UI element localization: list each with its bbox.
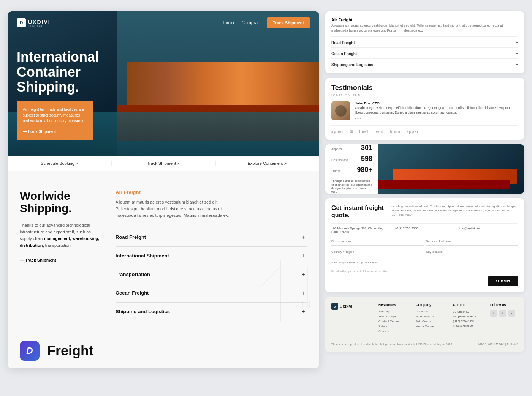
hero-track-link[interactable]: Track Shipment [23, 129, 56, 134]
footer-company-title: Company [416, 303, 444, 307]
service-ocean-plus: + [516, 51, 518, 56]
footer-contact-title: Contact [453, 303, 481, 307]
nav-inicio[interactable]: Inicio [223, 20, 234, 25]
service-shipping-label: Shipping and Logistics [331, 63, 373, 67]
quick-nav-track[interactable]: Track Shipment [111, 161, 215, 166]
footer-follow-col: Follow us f t in [490, 303, 518, 334]
testimonials-title: Testimonials [331, 84, 518, 92]
left-panel: D UXDIVI TEMPLATE Inicio Comprar Track S… [8, 11, 319, 368]
footer-contact-centre[interactable]: Contact Centre [378, 320, 407, 323]
footer-top: D UXDIVI Resources Sitemap Trust & Legal… [331, 303, 518, 334]
footer-made-text: MADE WITH ❤ DIVI | THANKS [478, 342, 518, 346]
footer-social: f t in [490, 310, 518, 317]
service-ocean-freight[interactable]: Ocean Freight + [331, 47, 518, 56]
nav-links: Inicio Comprar Track Shipment [223, 17, 310, 28]
brand-vnu: vnu [376, 129, 384, 134]
footer-sitemap[interactable]: Sitemap [378, 310, 407, 313]
testimonial-avatar [331, 101, 350, 120]
footer-resources-col: Resources Sitemap Trust & Legal Contact … [378, 303, 407, 334]
stats-description: Through a unique combination of engineer… [331, 179, 372, 194]
nav-comprar[interactable]: Comprar [241, 20, 259, 25]
logo: D UXDIVI TEMPLATE [17, 18, 51, 27]
footer-bottom: This may be reproduced or distributed bu… [331, 339, 518, 346]
footer-join[interactable]: Join Centre [416, 320, 444, 323]
brand-lumo: lumo [390, 129, 401, 134]
quote-address: 100 Marquee Springs 202, Clarksville, Pa… [331, 227, 391, 233]
footer-company-col: Company About Us Work With Us Join Centr… [416, 303, 444, 334]
brand-2: ✉ [350, 129, 353, 134]
destinations-value: 598 [361, 155, 372, 163]
social-tw-icon[interactable]: t [499, 310, 506, 317]
brand-heeli: heeli [359, 129, 370, 134]
logo-text: UXDIVI [28, 19, 51, 25]
avatar-silhouette [335, 105, 347, 117]
worldwide-body: Thanks to our advanced technological inf… [20, 222, 103, 249]
stat-transit: Transit 980+ [331, 166, 372, 174]
worldwide-track-link[interactable]: Track Shipment [20, 258, 56, 262]
footer-careers[interactable]: Careers [378, 330, 407, 333]
nav-cta-button[interactable]: Track Shipment [267, 17, 310, 28]
stats-numbers: Airports 301 Destinations 598 Transit 98… [325, 144, 378, 194]
quote-title-col: Get instant freight quote. [331, 204, 385, 219]
quote-phone: +1 317 555 7060 [395, 227, 454, 233]
hero-title: International Container Shipping. [17, 49, 146, 95]
quick-nav-explore[interactable]: Explore Containers [215, 161, 319, 166]
quote-submit-button[interactable]: SUBMIT [488, 276, 519, 286]
worldwide-section: Worlwide Shipping. Thanks to our advance… [20, 189, 103, 321]
svg-line-2 [260, 267, 280, 287]
footer-logo: D UXDIVI [331, 303, 369, 310]
destinations-label: Destinations [331, 158, 348, 162]
footer-contact-info: 10 Street LJ Simpson Drive, +1 (317) 555… [453, 310, 481, 328]
testimonial-name: John Doe, CTO [355, 101, 518, 105]
quote-first-name[interactable] [331, 237, 424, 246]
accordion-label-0: Road Freight [116, 234, 146, 240]
footer-resources-title: Resources [378, 303, 407, 307]
worldwide-title: Worlwide Shipping. [20, 189, 103, 215]
hero-section: D UXDIVI TEMPLATE Inicio Comprar Track S… [8, 11, 319, 156]
crane-decoration-svg [246, 253, 315, 329]
footer-about[interactable]: About Us [416, 310, 444, 313]
airports-label: Airports [331, 147, 342, 151]
footer-trust[interactable]: Trust & Legal [378, 315, 407, 318]
footer-made-with: MADE WITH ❤ DIVI | THANKS [478, 342, 518, 346]
accordion-road-freight[interactable]: Road Freight + [116, 228, 307, 247]
service-road-freight[interactable]: Road Freight + [331, 36, 518, 45]
service-shipping-logistics[interactable]: Shipping and Logistics + [331, 58, 518, 67]
svg-rect-6 [303, 301, 310, 308]
quote-info: Including the estimated cost. Trucks lor… [391, 204, 518, 219]
testimonial-quote: Curabitur eget velit id neque efficitur … [355, 106, 518, 115]
quote-last-name[interactable] [426, 237, 518, 246]
footer-copyright: This may be reproduced or distributed bu… [331, 342, 452, 346]
bottom-section: D Freight [8, 333, 319, 368]
service-shipping-plus: + [516, 62, 518, 67]
accordion-label-4: Shipping and Logistics [116, 309, 170, 314]
social-fb-icon[interactable]: f [490, 310, 497, 317]
footer-safety[interactable]: Safety [378, 325, 407, 328]
quote-title: Get instant freight quote. [331, 204, 385, 219]
quote-country[interactable] [331, 248, 424, 256]
testimonial-text-block: John Doe, CTO Curabitur eget velit id ne… [355, 101, 518, 121]
quick-nav: Schedule Booking Track Shipment Explore … [8, 156, 319, 171]
social-in-icon[interactable]: in [508, 310, 515, 317]
service-air-freight: Air Freight Aliquam at mauris ac eros ve… [331, 17, 518, 33]
footer-card: D UXDIVI Resources Sitemap Trust & Legal… [325, 297, 524, 352]
hero-info-box: Air freight terminals and facilities are… [17, 101, 93, 140]
footer-media[interactable]: Media Centre [416, 325, 444, 328]
testimonials-subtitle: IGNITION TUN [331, 93, 518, 97]
quote-city[interactable] [426, 248, 518, 256]
stat-airports: Airports 301 [331, 144, 372, 152]
service-road-plus: + [516, 40, 518, 45]
services-section: Air Freight Aliquam at mauris ac eros ve… [116, 189, 307, 321]
right-panel: Air Freight Aliquam at mauris ac eros ve… [325, 11, 524, 352]
brand-logos: apper ✉ heeli vnu lumo apper [331, 125, 518, 134]
divi-logo-badge: D [20, 341, 40, 361]
air-freight-label: Air Freight [116, 189, 307, 195]
stats-card: Airports 301 Destinations 598 Transit 98… [325, 144, 524, 194]
quick-nav-schedule[interactable]: Schedule Booking [8, 161, 111, 166]
quote-shipment[interactable] [331, 259, 518, 267]
air-freight-desc: Aliquam at mauris ac eros vestibulum bla… [116, 199, 237, 219]
footer-follow-title: Follow us [490, 303, 518, 307]
stats-ship-image [378, 144, 524, 194]
footer-work[interactable]: Work With Us [416, 315, 444, 318]
service-air-desc: Aliquam at mauris ac eros vestibulum bla… [331, 23, 518, 33]
